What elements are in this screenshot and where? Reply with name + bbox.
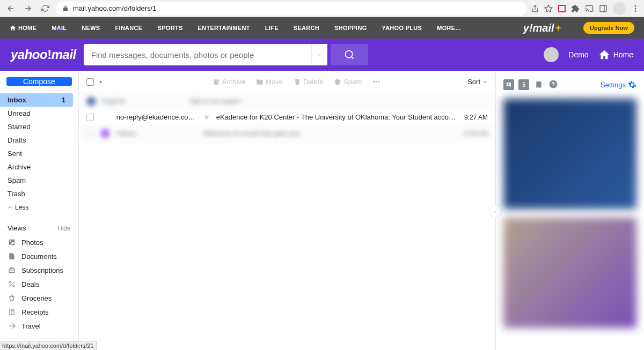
compose-button[interactable]: Compose: [6, 77, 72, 86]
message-toolbar: ▾ Archive Move Delete Spam ••• Sort: [79, 71, 495, 93]
svg-point-9: [13, 285, 15, 287]
settings-link[interactable]: Settings: [601, 80, 636, 89]
bookmark-star-icon[interactable]: [544, 4, 553, 13]
message-row[interactable]: Yahoo Welcome to email that gets you 9:2…: [79, 125, 495, 142]
contacts-icon[interactable]: [503, 79, 514, 90]
message-row[interactable]: PayPal Talk to an expert: [79, 93, 495, 109]
toolbar-actions: Archive Move Delete Spam •••: [213, 78, 380, 86]
message-checkbox[interactable]: [86, 114, 94, 121]
view-subscriptions[interactable]: Subscriptions: [0, 263, 78, 277]
document-icon: [8, 252, 16, 260]
svg-text:?: ?: [552, 81, 555, 87]
nav-sports[interactable]: SPORTS: [158, 25, 183, 31]
svg-rect-7: [9, 269, 15, 273]
browser-forward-button[interactable]: [21, 2, 34, 15]
nav-search[interactable]: SEARCH: [294, 25, 319, 31]
select-dropdown[interactable]: ▾: [99, 79, 102, 85]
views-header: Views Hide: [0, 214, 78, 235]
share-icon[interactable]: [531, 5, 539, 12]
less-toggle[interactable]: Less: [0, 200, 78, 214]
archive-button[interactable]: Archive: [213, 78, 245, 86]
view-receipts[interactable]: Receipts: [0, 305, 78, 319]
advertisement[interactable]: [503, 99, 636, 209]
folder-starred[interactable]: Starred: [0, 120, 78, 133]
view-travel[interactable]: Travel: [0, 319, 78, 333]
svg-point-1: [635, 5, 636, 7]
advertisement[interactable]: [503, 218, 636, 328]
extension-icon[interactable]: [558, 5, 566, 12]
select-all-checkbox[interactable]: [86, 78, 94, 86]
view-deals[interactable]: Deals: [0, 277, 78, 291]
sidebar: Compose Inbox 1 Unread Starred Drafts Se…: [0, 71, 78, 350]
yahoo-top-nav: HOME MAIL NEWS FINANCE SPORTS ENTERTAINM…: [0, 17, 644, 39]
view-photos[interactable]: Photos: [0, 235, 78, 249]
receipts-icon: [8, 308, 16, 316]
extensions-puzzle-icon[interactable]: [571, 4, 580, 13]
nav-news[interactable]: NEWS: [82, 25, 100, 31]
address-bar[interactable]: mail.yahoo.com/d/folders/1: [56, 2, 527, 16]
message-area: ▾ Archive Move Delete Spam ••• Sort PayP…: [78, 71, 496, 350]
travel-icon: [8, 322, 16, 330]
nav-mail[interactable]: MAIL: [52, 25, 67, 31]
move-button[interactable]: Move: [256, 78, 283, 86]
folder-inbox[interactable]: Inbox 1: [0, 93, 73, 107]
folder-trash[interactable]: Trash: [0, 187, 78, 200]
nav-entertainment[interactable]: ENTERTAINMENT: [198, 25, 250, 31]
ymail-plus-logo: y!mail+: [523, 22, 561, 34]
panel-icon[interactable]: [599, 4, 608, 13]
photo-icon: [8, 238, 16, 247]
sort-button[interactable]: Sort: [467, 78, 488, 86]
cast-icon[interactable]: [585, 4, 594, 13]
folder-spam[interactable]: Spam: [0, 174, 78, 187]
right-panel-top: 5 ? Settings: [503, 76, 636, 93]
browser-chrome: mail.yahoo.com/d/folders/1: [0, 0, 644, 17]
profile-avatar[interactable]: [613, 2, 626, 15]
search-dropdown[interactable]: [311, 44, 327, 65]
search-input[interactable]: [84, 44, 311, 65]
calendar-icon[interactable]: 5: [518, 79, 529, 90]
spam-button[interactable]: Spam: [334, 78, 362, 86]
message-checkbox[interactable]: [86, 130, 94, 137]
nav-finance[interactable]: FINANCE: [115, 25, 143, 31]
nav-life[interactable]: LIFE: [265, 25, 279, 31]
help-icon[interactable]: ?: [548, 79, 558, 90]
views-hide[interactable]: Hide: [57, 225, 71, 232]
user-name[interactable]: Demo: [568, 50, 588, 59]
search-button[interactable]: [331, 44, 368, 65]
folder-drafts[interactable]: Drafts: [0, 133, 78, 147]
svg-point-6: [10, 241, 11, 242]
nav-yahoo-plus[interactable]: YAHOO PLUS: [382, 25, 422, 31]
browser-back-button[interactable]: [4, 2, 17, 15]
folder-archive[interactable]: Archive: [0, 160, 78, 174]
nav-more[interactable]: MORE...: [437, 25, 460, 31]
view-documents[interactable]: Documents: [0, 249, 78, 263]
search-container: [84, 44, 368, 65]
svg-point-3: [635, 10, 636, 12]
more-actions-button[interactable]: •••: [372, 78, 380, 86]
svg-rect-0: [600, 5, 606, 12]
folder-sent[interactable]: Sent: [0, 147, 78, 160]
expand-panel-button[interactable]: ›: [489, 205, 502, 218]
svg-point-8: [9, 281, 11, 284]
mail-header: yahoo!mail Demo Home: [0, 39, 644, 71]
folder-unread[interactable]: Unread: [0, 107, 78, 120]
nav-home[interactable]: HOME: [10, 25, 36, 31]
sender-icon: [100, 129, 110, 138]
upgrade-now-button[interactable]: Upgrade Now: [583, 22, 634, 34]
view-groceries[interactable]: Groceries: [0, 291, 78, 305]
message-sender: no-reply@ekadence.com (...: [116, 113, 197, 121]
right-panel: 5 ? Settings: [496, 71, 644, 350]
user-avatar[interactable]: [544, 47, 559, 62]
notepad-icon[interactable]: [533, 79, 544, 90]
message-row[interactable]: no-reply@ekadence.com (... ★ eKadence fo…: [79, 109, 495, 125]
browser-reload-button[interactable]: [39, 2, 52, 15]
delete-button[interactable]: Delete: [294, 78, 324, 86]
url-text: mail.yahoo.com/d/folders/1: [73, 4, 156, 12]
nav-shopping[interactable]: SHOPPING: [334, 25, 367, 31]
deals-icon: [8, 280, 16, 288]
svg-point-4: [345, 51, 352, 58]
svg-point-13: [508, 84, 510, 85]
star-icon[interactable]: ★: [203, 113, 210, 121]
browser-menu-icon[interactable]: [631, 4, 640, 13]
home-link[interactable]: Home: [598, 49, 633, 61]
